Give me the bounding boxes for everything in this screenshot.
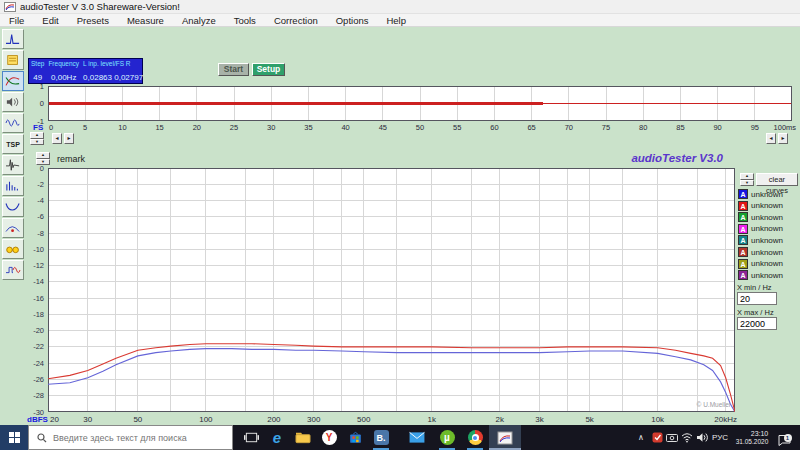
taskbar-vk-icon[interactable]: B. — [368, 425, 394, 450]
main-y-tick-label: -26 — [24, 375, 44, 384]
sidebar-tool-impulse-response[interactable] — [2, 155, 24, 175]
main-y-tick-label: -18 — [24, 310, 44, 319]
legend-entry-8[interactable]: Aunknown — [738, 270, 783, 280]
taskbar-yandex-browser-icon[interactable]: Y — [316, 425, 342, 450]
main-x-tick-label: 30 — [83, 415, 92, 424]
menu-help[interactable]: Help — [377, 15, 415, 26]
main-y-tick-label: -8 — [24, 229, 44, 238]
menu-measure[interactable]: Measure — [118, 15, 173, 26]
taskbar-edge-icon[interactable]: e — [264, 425, 290, 450]
remark-spinner[interactable]: ▲▼ — [36, 152, 50, 165]
legend-entry-4[interactable]: Aunknown — [738, 224, 783, 234]
main-y-tick-label: -12 — [24, 261, 44, 270]
taskbar-search-box[interactable] — [28, 425, 233, 450]
menu-correction[interactable]: Correction — [265, 15, 327, 26]
curve-color-icon: A — [738, 201, 748, 211]
legend-entry-label: unknown — [751, 213, 783, 222]
strip-x-tick-label: 30 — [267, 123, 275, 132]
clear-curves-button[interactable]: clear curves — [756, 173, 798, 186]
brand-text: audioTester V3.0 — [608, 152, 723, 164]
strip-pan-right-button-right[interactable]: ▸ — [778, 133, 788, 144]
info-level-header: L inp. level/FS R — [83, 60, 143, 67]
legend-entry-6[interactable]: Aunknown — [738, 247, 783, 257]
menu-edit[interactable]: Edit — [33, 15, 67, 26]
search-icon — [37, 429, 47, 447]
menu-presets[interactable]: Presets — [68, 15, 118, 26]
strip-pan-left-button-right[interactable]: ◂ — [766, 133, 776, 144]
tray-language-indicator[interactable]: РУС — [708, 425, 732, 450]
sidebar-tool-spectrum[interactable] — [2, 176, 24, 196]
strip-scale-spinner[interactable]: ▲▼ — [30, 132, 44, 145]
start-menu-button[interactable] — [0, 425, 28, 450]
sidebar-tool-level-meter[interactable] — [2, 92, 24, 112]
menu-analyze[interactable]: Analyze — [173, 15, 225, 26]
x-max-input[interactable] — [737, 317, 777, 330]
sidebar-tool-sweep-response[interactable] — [2, 71, 24, 91]
legend-entry-label: unknown — [751, 259, 783, 268]
tray-wifi-icon[interactable] — [680, 425, 694, 450]
legend-entry-label: unknown — [751, 190, 783, 199]
strip-x-tick-label: 85 — [676, 123, 684, 132]
sidebar-tool-tsp-measure[interactable]: TSP — [2, 134, 24, 154]
strip-x-tick-label: 100ms — [774, 123, 797, 132]
taskbar-chrome-icon[interactable] — [462, 425, 488, 450]
main-x-tick-label: 1k — [428, 415, 436, 424]
tray-device-icon[interactable] — [665, 425, 679, 450]
menu-options[interactable]: Options — [327, 15, 378, 26]
curve-color-icon: A — [738, 259, 748, 269]
curve-color-icon: A — [738, 189, 748, 199]
curve-color-icon: A — [738, 247, 748, 257]
taskbar-audiotester-icon[interactable] — [489, 425, 521, 450]
taskbar-task-view-button[interactable] — [238, 425, 264, 450]
menu-tools[interactable]: Tools — [225, 15, 265, 26]
sidebar-tool-oscilloscope[interactable] — [2, 113, 24, 133]
strip-x-tick-label: 55 — [453, 123, 461, 132]
legend-entry-5[interactable]: Aunknown — [738, 235, 783, 245]
x-min-input[interactable] — [737, 292, 777, 305]
main-y-tick-label: -24 — [24, 359, 44, 368]
legend-entry-label: unknown — [751, 248, 783, 257]
taskbar-explorer-icon[interactable] — [290, 425, 316, 450]
main-x-tick-label: 10k — [651, 415, 664, 424]
start-button[interactable]: Start — [218, 63, 249, 76]
sidebar-tool-impedance-curve[interactable] — [2, 197, 24, 217]
main-y-tick-label: -2 — [24, 180, 44, 189]
taskbar-microsoft-store-icon[interactable] — [342, 425, 368, 450]
legend-entry-1[interactable]: Aunknown — [738, 189, 783, 199]
strip-axis-prefix: FS — [33, 123, 43, 132]
strip-x-tick-label: 60 — [490, 123, 498, 132]
tray-volume-icon[interactable] — [695, 425, 709, 450]
strip-x-tick-label: 25 — [230, 123, 238, 132]
sidebar-tool-fft-analyzer[interactable] — [2, 29, 24, 49]
strip-pan-left-button[interactable]: ◂ — [52, 133, 62, 144]
strip-pan-right-button[interactable]: ▸ — [64, 133, 74, 144]
tray-antivirus-icon[interactable] — [650, 425, 664, 450]
info-step-header: Step — [31, 60, 44, 67]
legend-entry-7[interactable]: Aunknown — [738, 259, 783, 269]
menu-file[interactable]: File — [0, 15, 33, 26]
sidebar-tool-signal-generator[interactable] — [2, 260, 24, 280]
sidebar-tool-polar-measure[interactable] — [2, 218, 24, 238]
taskbar-utorrent-icon[interactable]: µ — [434, 425, 460, 450]
setup-button[interactable]: Setup — [252, 63, 285, 76]
input-monitor-chart — [48, 86, 792, 121]
search-input[interactable] — [53, 433, 223, 443]
taskbar-mail-icon[interactable] — [404, 425, 430, 450]
sidebar-tool-notes[interactable] — [2, 50, 24, 70]
window-titlebar: audioTester V 3.0 Shareware-Version! — [0, 0, 800, 14]
input-monitor-svg — [48, 86, 792, 121]
legend-entry-label: unknown — [751, 201, 783, 210]
tray-chevron-up-icon[interactable]: ∧ — [634, 425, 648, 450]
curve-select-spinner[interactable]: ▲▼ — [740, 173, 754, 186]
tray-clock[interactable]: 23:1031.05.2020 — [733, 425, 771, 450]
main-x-tick-label: 500 — [357, 415, 370, 424]
tray-notification-icon[interactable]: 1 — [774, 425, 794, 450]
main-x-tick-label: 2k — [496, 415, 504, 424]
main-x-tick-label: 50 — [133, 415, 142, 424]
sidebar-tool-wave-viewer[interactable] — [2, 239, 24, 259]
curve-color-icon: A — [738, 224, 748, 234]
strip-x-tick-label: 20 — [193, 123, 201, 132]
main-x-tick-label: 3k — [535, 415, 543, 424]
legend-entry-3[interactable]: Aunknown — [738, 212, 783, 222]
legend-entry-2[interactable]: Aunknown — [738, 201, 783, 211]
